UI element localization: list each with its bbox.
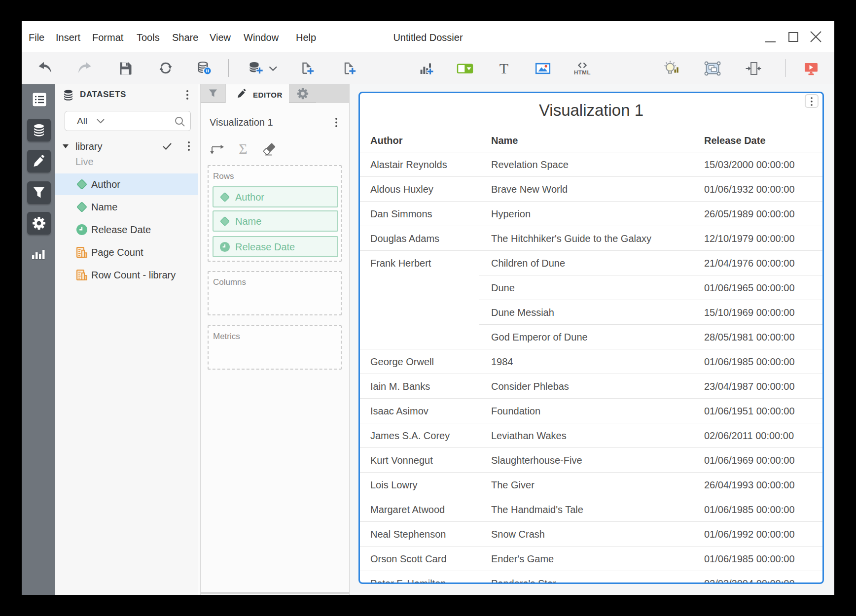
svg-text:HTML: HTML bbox=[574, 69, 591, 75]
svg-text:T: T bbox=[499, 60, 508, 76]
svg-text:Σ: Σ bbox=[239, 141, 247, 156]
